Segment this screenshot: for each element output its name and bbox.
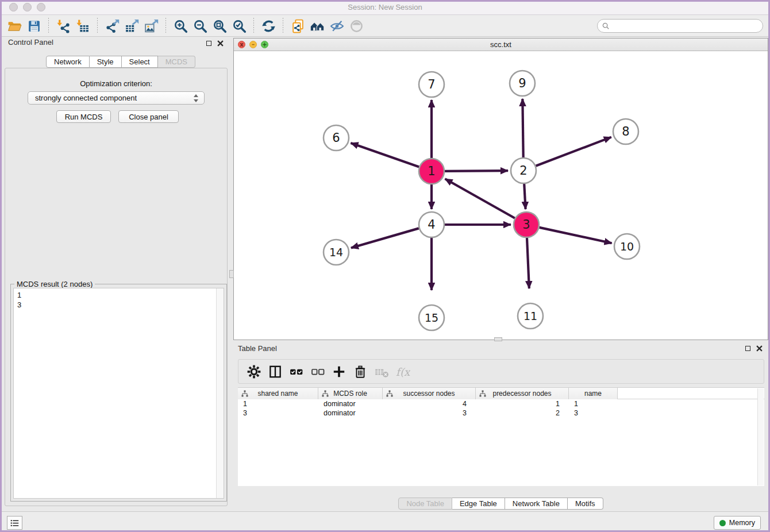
import-table-icon[interactable] <box>73 17 93 35</box>
criterion-select[interactable]: strongly connected component <box>28 91 205 105</box>
tab-style[interactable]: Style <box>90 56 122 68</box>
add-column-icon[interactable] <box>328 361 349 382</box>
search-input[interactable] <box>610 21 763 31</box>
refresh-icon[interactable] <box>259 17 278 35</box>
edge-2-to-3[interactable] <box>524 184 525 209</box>
toolbar-separator <box>253 18 254 34</box>
zoom-fit-icon[interactable] <box>210 17 229 35</box>
cell-mcds-role[interactable]: dominator <box>318 399 383 408</box>
column-label: predecessor nodes <box>492 390 551 398</box>
svg-text:15: 15 <box>425 311 438 324</box>
node-9[interactable]: 9 <box>510 71 535 96</box>
control-panel: Control Panel NetworkStyleSelectMCDS Opt… <box>2 38 232 508</box>
memory-status-icon <box>719 520 726 526</box>
node-14[interactable]: 14 <box>324 240 349 265</box>
node-6[interactable]: 6 <box>324 125 349 151</box>
table-row[interactable]: 1dominator411 <box>238 399 764 408</box>
edge-2-to-9[interactable] <box>522 99 523 157</box>
column-header-mcds-role[interactable]: MCDS role <box>318 388 383 399</box>
delete-column-icon[interactable] <box>349 361 371 382</box>
close-panel-button[interactable]: Close panel <box>118 110 179 123</box>
table-toolbar <box>238 359 764 384</box>
list-icon <box>10 518 20 528</box>
cell-name[interactable]: 1 <box>569 399 618 408</box>
float-panel-icon[interactable] <box>206 41 211 46</box>
edge-3-to-11[interactable] <box>527 238 529 288</box>
tab-select[interactable]: Select <box>122 56 158 68</box>
import-network-icon[interactable] <box>53 17 73 35</box>
toggle-panel-icon[interactable] <box>264 361 286 382</box>
node-1[interactable]: 1 <box>419 159 444 184</box>
tab-network-table[interactable]: Network Table <box>505 498 568 510</box>
tab-node-table[interactable]: Node Table <box>398 498 452 510</box>
run-mcds-button[interactable]: Run MCDS <box>56 110 111 123</box>
horizontal-splitter-handle[interactable] <box>494 337 502 341</box>
node-table: shared nameMCDS rolesuccessor nodesprede… <box>238 387 764 486</box>
column-label: name <box>584 390 602 398</box>
network-canvas[interactable]: 7968124314101511 <box>234 51 768 340</box>
memory-button[interactable]: Memory <box>714 516 761 530</box>
column-header-shared-name[interactable]: shared name <box>238 388 318 399</box>
svg-text:10: 10 <box>620 240 634 253</box>
settings-gear-icon[interactable] <box>243 361 264 382</box>
svg-text:14: 14 <box>329 246 343 259</box>
zoom-out-icon[interactable] <box>190 17 210 35</box>
zoom-selected-icon[interactable] <box>229 17 249 35</box>
tab-edge-table[interactable]: Edge Table <box>452 498 505 510</box>
close-table-panel-icon[interactable] <box>756 345 763 352</box>
vertical-splitter-handle[interactable] <box>229 270 234 278</box>
cell-predecessor-nodes[interactable]: 1 <box>476 399 569 408</box>
cell-shared-name[interactable]: 3 <box>238 408 318 418</box>
node-2[interactable]: 2 <box>511 158 536 183</box>
search-box[interactable] <box>597 19 763 33</box>
mcds-result-area[interactable]: 1 3 <box>13 288 224 499</box>
cell-name[interactable]: 3 <box>569 408 618 418</box>
attribute-tree-icon <box>322 390 329 397</box>
tab-motifs[interactable]: Motifs <box>568 498 603 510</box>
result-scrollbar[interactable] <box>216 288 224 498</box>
node-3[interactable]: 3 <box>514 212 539 237</box>
close-panel-icon[interactable] <box>217 40 224 47</box>
node-11[interactable]: 11 <box>518 303 543 329</box>
tab-mcds[interactable]: MCDS <box>158 56 195 68</box>
float-table-panel-icon[interactable] <box>745 346 750 351</box>
node-10[interactable]: 10 <box>614 234 640 259</box>
column-header-name[interactable]: name <box>569 388 618 399</box>
edge-2-to-8[interactable] <box>536 137 611 166</box>
first-neighbors-icon[interactable] <box>307 17 327 35</box>
node-7[interactable]: 7 <box>419 72 444 97</box>
edge-3-to-10[interactable] <box>539 228 611 243</box>
open-folder-icon[interactable] <box>5 17 24 35</box>
export-network-icon[interactable] <box>102 17 122 35</box>
svg-text:11: 11 <box>523 310 537 322</box>
node-15[interactable]: 15 <box>419 305 444 330</box>
table-scrollbar[interactable] <box>757 388 764 485</box>
edge-1-to-2[interactable] <box>445 171 508 171</box>
table-header-row: shared nameMCDS rolesuccessor nodesprede… <box>238 388 764 399</box>
column-header-predecessor-nodes[interactable]: predecessor nodes <box>476 388 569 399</box>
duplicate-network-icon[interactable] <box>288 17 307 35</box>
export-image-icon[interactable] <box>141 17 161 35</box>
hide-selected-icon[interactable] <box>327 17 346 35</box>
tab-network[interactable]: Network <box>46 56 90 68</box>
edge-3-to-1[interactable] <box>445 179 515 218</box>
zoom-in-icon[interactable] <box>171 17 190 35</box>
column-header-successor-nodes[interactable]: successor nodes <box>383 388 476 399</box>
deselect-all-icon[interactable] <box>307 361 328 382</box>
cell-shared-name[interactable]: 1 <box>238 399 318 408</box>
cell-mcds-role[interactable]: dominator <box>318 408 383 418</box>
cell-successor-nodes[interactable]: 4 <box>383 399 476 408</box>
node-4[interactable]: 4 <box>419 212 444 237</box>
control-panel-title: Control Panel <box>8 38 53 47</box>
node-8[interactable]: 8 <box>613 119 638 144</box>
export-table-icon[interactable] <box>122 17 141 35</box>
cell-successor-nodes[interactable]: 3 <box>383 408 476 418</box>
task-history-button[interactable] <box>7 516 22 530</box>
cell-predecessor-nodes[interactable]: 2 <box>476 408 569 418</box>
edge-1-to-6[interactable] <box>351 143 419 167</box>
select-all-icon[interactable] <box>286 361 307 382</box>
table-row[interactable]: 3dominator323 <box>238 408 764 418</box>
save-icon[interactable] <box>24 17 44 35</box>
select-stepper-icon <box>193 94 199 103</box>
edge-4-to-14[interactable] <box>351 228 419 248</box>
